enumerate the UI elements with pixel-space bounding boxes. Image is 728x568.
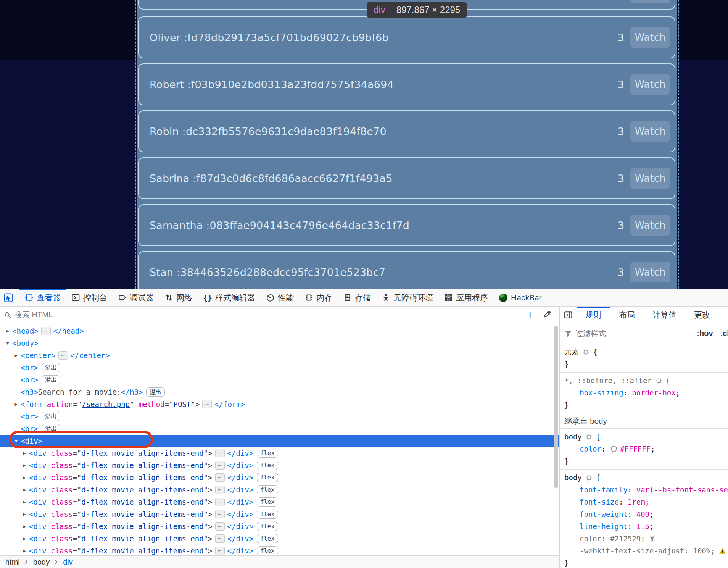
tree-node[interactable]: ▶<div class="d-flex movie align-items-en…: [0, 484, 559, 496]
watch-button[interactable]: Watch: [630, 27, 670, 48]
tab-性能[interactable]: 性能: [261, 289, 299, 306]
expand-ellipsis-badge[interactable]: ⋯: [215, 534, 225, 543]
tree-node[interactable]: <br>溢出: [0, 410, 559, 423]
css-declaration[interactable]: font-family: var(--bs-font-sans-seri: [564, 484, 728, 496]
rule-selector[interactable]: body: [564, 473, 582, 482]
flex-badge[interactable]: flex: [257, 510, 278, 519]
style-filter-input[interactable]: [575, 329, 693, 338]
tree-node[interactable]: ▶<div class="d-flex movie align-items-en…: [0, 520, 559, 532]
watch-button[interactable]: [630, 0, 670, 3]
breadcrumb-item-body[interactable]: body: [33, 558, 50, 566]
expand-ellipsis-badge[interactable]: ⋯: [215, 473, 225, 482]
sidebar-tab-更改[interactable]: 更改: [685, 307, 719, 323]
overflow-badge[interactable]: 溢出: [42, 363, 60, 372]
expand-ellipsis-badge[interactable]: ⋯: [41, 327, 51, 335]
tree-scrollbar[interactable]: [554, 326, 558, 488]
breadcrumb-item-html[interactable]: html: [5, 558, 20, 566]
expand-ellipsis-badge[interactable]: ⋯: [215, 547, 225, 555]
tree-node[interactable]: ▶<div class="d-flex movie align-items-en…: [0, 496, 559, 508]
selector-target-icon[interactable]: [585, 474, 593, 481]
selector-target-icon[interactable]: [655, 377, 662, 384]
expand-arrow-icon[interactable]: ▼: [3, 340, 12, 346]
tree-node[interactable]: ▶<head>⋯</head>: [0, 325, 559, 337]
expand-ellipsis-badge[interactable]: ⋯: [215, 486, 225, 494]
expand-arrow-icon[interactable]: ▶: [20, 475, 29, 480]
css-declaration[interactable]: -webkit-text-size-adjust: 100%;: [564, 545, 728, 557]
tab-控制台[interactable]: 控制台: [66, 289, 113, 306]
css-declaration[interactable]: font-size: 1rem;: [564, 496, 728, 508]
expand-ellipsis-badge[interactable]: ⋯: [202, 400, 212, 408]
tree-node[interactable]: ▶<div class="d-flex movie align-items-en…: [0, 508, 559, 520]
tree-node[interactable]: ▶<form action="/search.php" method="POST…: [0, 398, 559, 410]
expand-ellipsis-badge[interactable]: ⋯: [215, 510, 225, 518]
overflow-badge[interactable]: 溢出: [42, 375, 60, 384]
tree-node[interactable]: ▶<div class="d-flex movie align-items-en…: [0, 459, 559, 471]
pseudo-toggle[interactable]: .cls: [721, 329, 728, 338]
collapse-sidebar-icon[interactable]: [560, 307, 577, 323]
watch-button[interactable]: Watch: [630, 74, 670, 95]
filter-overridden-icon[interactable]: [649, 536, 656, 542]
css-declaration[interactable]: font-weight: 400;: [564, 508, 728, 520]
tree-node-selected[interactable]: ▼<div>: [0, 435, 559, 447]
selector-target-icon[interactable]: [585, 433, 593, 441]
tree-node[interactable]: <h3>Search for a movie:</h3>溢出: [0, 386, 559, 398]
expand-arrow-icon[interactable]: ▶: [20, 499, 29, 505]
pick-element-icon[interactable]: [0, 289, 17, 306]
tree-node[interactable]: <br>溢出: [0, 361, 559, 374]
tree-node[interactable]: ▶<div class="d-flex movie align-items-en…: [0, 532, 559, 545]
watch-button[interactable]: Watch: [630, 168, 670, 189]
expand-ellipsis-badge[interactable]: ⋯: [215, 449, 225, 457]
expand-ellipsis-badge[interactable]: ⋯: [215, 461, 225, 470]
expand-arrow-icon[interactable]: ▶: [20, 524, 29, 529]
tree-node[interactable]: <br>溢出: [0, 423, 559, 435]
tab-应用程序[interactable]: 应用程序: [439, 289, 493, 306]
sidebar-tab-布局[interactable]: 布局: [610, 307, 644, 323]
sidebar-tab-计算值[interactable]: 计算值: [644, 307, 685, 323]
rule-selector[interactable]: body: [564, 432, 582, 441]
tab-网络[interactable]: 网络: [159, 289, 198, 306]
tab-存储[interactable]: 存储: [338, 289, 376, 306]
expand-arrow-icon[interactable]: ▶: [11, 353, 21, 358]
expand-arrow-icon[interactable]: ▶: [20, 463, 29, 468]
expand-arrow-icon[interactable]: ▶: [20, 512, 29, 517]
add-node-button[interactable]: +: [522, 309, 538, 321]
tab-查看器[interactable]: 查看器: [19, 289, 66, 306]
watch-button[interactable]: Watch: [630, 262, 670, 282]
tab-内存[interactable]: 内存: [299, 289, 338, 306]
color-swatch[interactable]: [611, 446, 617, 452]
flex-badge[interactable]: flex: [257, 473, 278, 482]
expand-arrow-icon[interactable]: ▶: [20, 548, 29, 553]
tree-node[interactable]: ▶<div class="d-flex movie align-items-en…: [0, 545, 559, 555]
rule-selector[interactable]: 元素: [564, 347, 579, 357]
breadcrumb-item-div[interactable]: div: [63, 558, 73, 566]
watch-button[interactable]: Watch: [630, 121, 670, 142]
flex-badge[interactable]: flex: [257, 449, 278, 458]
flex-badge[interactable]: flex: [257, 522, 278, 531]
expand-ellipsis-badge[interactable]: ⋯: [58, 351, 68, 360]
expand-arrow-icon[interactable]: ▼: [11, 438, 21, 444]
expand-ellipsis-badge[interactable]: ⋯: [215, 522, 225, 531]
css-declaration[interactable]: color: #212529;: [564, 532, 728, 545]
flex-badge[interactable]: flex: [257, 461, 278, 470]
tree-node[interactable]: ▶<div class="d-flex movie align-items-en…: [0, 471, 559, 484]
overflow-badge[interactable]: 溢出: [42, 412, 60, 421]
expand-arrow-icon[interactable]: ▶: [20, 536, 29, 541]
selector-target-icon[interactable]: [582, 349, 589, 356]
expand-arrow-icon[interactable]: ▶: [11, 402, 21, 407]
overflow-badge[interactable]: 溢出: [42, 424, 60, 433]
pseudo-toggle[interactable]: :hov: [697, 329, 713, 338]
tab-样式编辑器[interactable]: {}样式编辑器: [198, 289, 261, 306]
css-declaration[interactable]: box-sizing: border-box;: [564, 387, 728, 399]
overflow-badge[interactable]: 溢出: [146, 387, 165, 397]
css-declaration[interactable]: color: #FFFFFF;: [564, 443, 728, 455]
flex-badge[interactable]: flex: [257, 485, 278, 494]
flex-badge[interactable]: flex: [257, 534, 278, 543]
tab-调试器[interactable]: 调试器: [113, 289, 159, 306]
expand-arrow-icon[interactable]: ▶: [20, 487, 29, 492]
eyedropper-icon[interactable]: [541, 310, 556, 320]
tree-node[interactable]: <br>溢出: [0, 374, 559, 386]
tree-node[interactable]: ▶<center>⋯</center>: [0, 349, 559, 361]
tab-HackBar[interactable]: HackBar: [493, 289, 547, 306]
css-declaration[interactable]: line-height: 1.5;: [564, 520, 728, 532]
expand-ellipsis-badge[interactable]: ⋯: [215, 498, 225, 506]
